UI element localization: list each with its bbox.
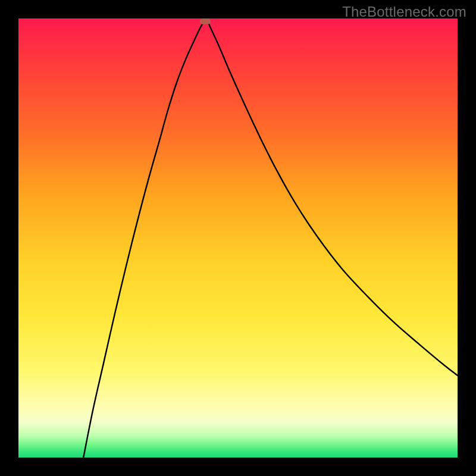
chart-frame: TheBottleneck.com — [0, 0, 476, 476]
min-point-marker — [200, 18, 211, 24]
plot-area — [18, 18, 458, 458]
curve-left-branch — [83, 21, 203, 458]
curve-svg — [18, 18, 458, 458]
watermark-text: TheBottleneck.com — [342, 4, 466, 20]
curve-right-branch — [208, 21, 458, 375]
